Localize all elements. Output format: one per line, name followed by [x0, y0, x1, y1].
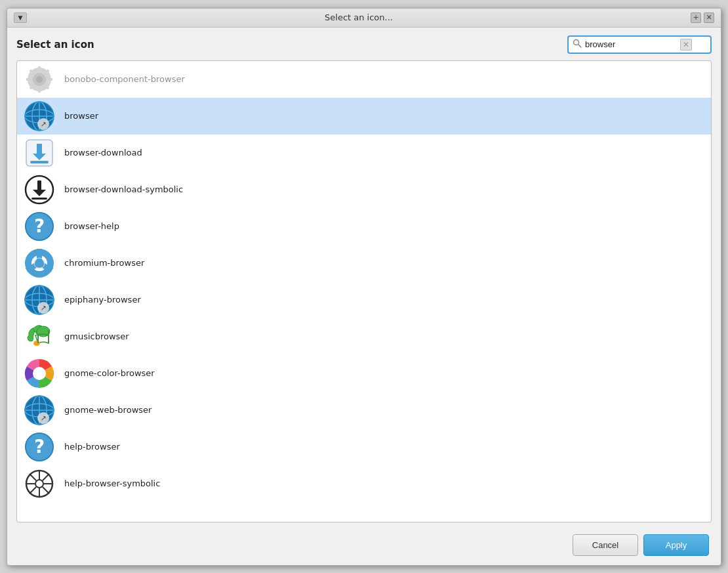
list-item[interactable]: browser-download-symbolic — [17, 171, 711, 208]
title-bar-left: ▼ — [14, 12, 27, 23]
list-item[interactable]: ↗ browser — [17, 98, 711, 135]
item-label: help-browser-symbolic — [64, 478, 160, 488]
svg-line-1 — [578, 45, 581, 47]
svg-text:↗: ↗ — [40, 120, 46, 129]
item-icon: ↗ — [24, 284, 55, 316]
item-label: browser-download-symbolic — [64, 184, 183, 194]
svg-rect-27 — [37, 180, 41, 191]
title-bar-title: Select an icon... — [27, 12, 691, 22]
item-label: browser-download — [64, 148, 142, 158]
item-icon — [24, 64, 55, 95]
search-input[interactable] — [585, 39, 677, 49]
svg-point-50 — [33, 367, 46, 380]
list-item[interactable]: ↗ epiphany-browser — [17, 282, 711, 318]
add-button[interactable]: + — [691, 12, 701, 23]
svg-point-4 — [36, 76, 43, 83]
svg-line-69 — [43, 487, 49, 494]
list-item[interactable]: bonobo-component-browser — [17, 61, 711, 98]
svg-rect-9 — [38, 87, 41, 93]
svg-line-71 — [30, 487, 36, 494]
svg-line-70 — [43, 474, 49, 480]
svg-point-63 — [35, 480, 43, 488]
list-item[interactable]: ? browser-help — [17, 208, 711, 245]
item-icon: ↗ — [24, 100, 55, 132]
list-item[interactable]: browser-download — [17, 135, 711, 171]
item-label: chromium-browser — [64, 258, 144, 268]
item-icon: ? — [24, 431, 55, 463]
item-label: gnome-color-browser — [64, 368, 155, 378]
header-row: Select an icon ✕ — [16, 35, 712, 54]
dialog-body: Select an icon ✕ bonob — [7, 28, 721, 565]
svg-rect-29 — [31, 198, 47, 200]
item-label: gmusicbrowser — [64, 331, 129, 341]
svg-rect-7 — [47, 78, 52, 81]
svg-text:↗: ↗ — [40, 304, 46, 312]
close-button[interactable]: ✕ — [704, 12, 714, 23]
list-item[interactable]: gnome-color-browser — [17, 355, 711, 392]
title-bar-right: + ✕ — [691, 12, 714, 23]
item-icon — [24, 174, 55, 205]
item-label: browser-help — [64, 221, 119, 231]
svg-point-47 — [33, 341, 40, 346]
icon-list: bonobo-component-browser ↗ browser brows… — [17, 61, 711, 522]
footer: Cancel Apply — [16, 529, 712, 559]
item-label: gnome-web-browser — [64, 405, 152, 415]
svg-point-0 — [574, 40, 579, 45]
item-icon: ? — [24, 211, 55, 242]
menu-arrow[interactable]: ▼ — [14, 12, 27, 23]
item-label: epiphany-browser — [64, 295, 141, 305]
item-label: help-browser — [64, 442, 120, 452]
item-icon — [24, 137, 55, 169]
item-icon: ↗ — [24, 394, 55, 426]
list-item[interactable]: chromium-browser — [17, 245, 711, 282]
item-label: browser — [64, 111, 98, 121]
svg-line-68 — [30, 474, 36, 480]
svg-text:?: ? — [34, 436, 45, 457]
item-icon — [24, 321, 55, 352]
item-icon — [24, 468, 55, 499]
dialog-heading: Select an icon — [16, 39, 94, 51]
list-item[interactable]: ↗ gnome-web-browser — [17, 392, 711, 429]
item-label: bonobo-component-browser — [64, 74, 185, 84]
list-item[interactable]: ? help-browser — [17, 429, 711, 465]
title-bar: ▼ Select an icon... + ✕ — [7, 9, 721, 28]
svg-rect-25 — [30, 161, 49, 163]
item-icon — [24, 358, 55, 389]
item-icon — [24, 247, 55, 279]
search-icon — [573, 39, 582, 50]
search-clear-button[interactable]: ✕ — [680, 39, 692, 51]
search-box[interactable]: ✕ — [567, 35, 712, 54]
list-item[interactable]: help-browser-symbolic — [17, 465, 711, 502]
svg-marker-28 — [33, 190, 46, 196]
svg-rect-11 — [26, 78, 31, 81]
svg-text:?: ? — [34, 215, 45, 237]
list-item[interactable]: gmusicbrowser — [17, 318, 711, 355]
icon-list-container: bonobo-component-browser ↗ browser brows… — [16, 60, 712, 522]
svg-text:↗: ↗ — [40, 414, 46, 423]
dialog: ▼ Select an icon... + ✕ Select an icon ✕ — [7, 8, 721, 566]
cancel-button[interactable]: Cancel — [573, 534, 638, 556]
svg-rect-5 — [38, 66, 41, 72]
apply-button[interactable]: Apply — [643, 534, 709, 556]
